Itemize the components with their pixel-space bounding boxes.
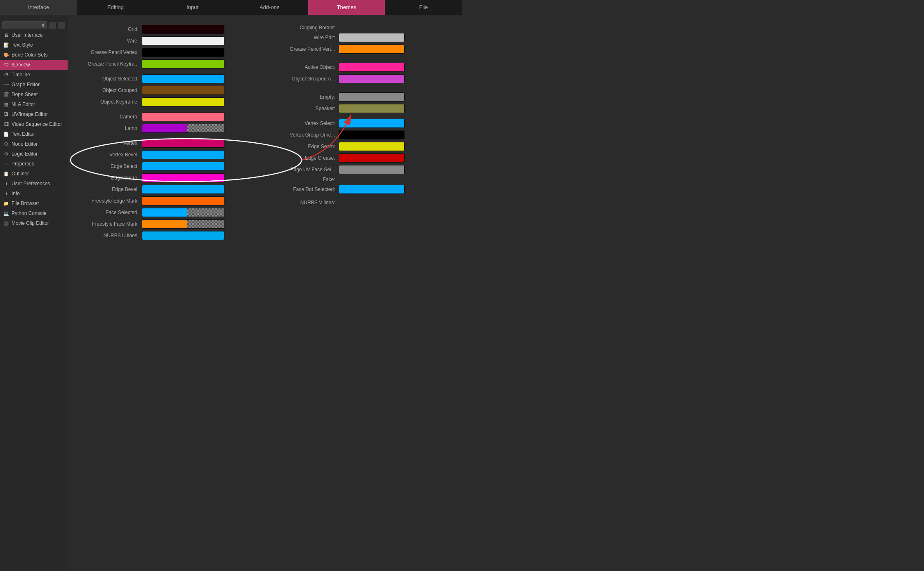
nav-tab-interface[interactable]: Interface xyxy=(0,0,77,15)
sidebar-item-logic-editor[interactable]: ⚙Logic Editor xyxy=(0,149,68,159)
color-swatch[interactable] xyxy=(142,208,224,217)
color-swatch[interactable] xyxy=(142,162,224,171)
color-label: Freestyle Edge Mark: xyxy=(75,198,139,204)
sidebar-item-info[interactable]: ℹInfo xyxy=(0,189,68,198)
color-swatch[interactable] xyxy=(142,231,224,240)
sidebar-item-uv-image-editor[interactable]: 🖼UV/Image Editor xyxy=(0,109,68,119)
color-swatch[interactable] xyxy=(339,33,405,42)
info-icon: ℹ xyxy=(3,191,9,196)
nav-tab-input[interactable]: Input xyxy=(154,0,231,15)
color-swatch[interactable] xyxy=(142,173,224,182)
color-label: Object Grouped A... xyxy=(269,76,335,82)
color-swatch[interactable] xyxy=(339,74,405,83)
color-label: Grid: xyxy=(75,26,139,32)
color-row: Vertex: xyxy=(75,139,261,148)
color-label: Lamp: xyxy=(75,125,139,131)
sidebar-item-timeline[interactable]: ⏱Timeline xyxy=(0,70,68,80)
color-swatch[interactable] xyxy=(339,153,405,163)
color-gap xyxy=(269,196,456,200)
color-swatch[interactable] xyxy=(142,112,224,121)
video-sequence-editor-label: Video Sequence Editor xyxy=(12,121,62,127)
nav-tab-editing[interactable]: Editing xyxy=(77,0,154,15)
uv-image-editor-icon: 🖼 xyxy=(3,111,9,117)
top-nav: InterfaceEditingInputAdd-onsThemesFile xyxy=(0,0,462,15)
color-row: Face Dot Selected: xyxy=(269,185,456,194)
dope-sheet-label: Dope Sheet xyxy=(12,92,38,97)
sidebar-item-node-editor[interactable]: ⬡Node Editor xyxy=(0,139,68,149)
color-swatch[interactable] xyxy=(339,130,405,139)
color-swatch[interactable] xyxy=(142,196,224,205)
color-swatch[interactable] xyxy=(142,185,224,194)
3d-view-icon: 🛡 xyxy=(3,62,9,68)
color-gap xyxy=(269,56,456,59)
sidebar-item-dope-sheet[interactable]: 🎬Dope Sheet xyxy=(0,90,68,99)
sidebar-item-graph-editor[interactable]: 〰Graph Editor xyxy=(0,80,68,90)
sidebar-item-movie-clip-editor[interactable]: 🎥Movie Clip Editor xyxy=(0,218,68,228)
color-label: Object Selected: xyxy=(75,76,139,82)
color-swatch[interactable] xyxy=(142,48,224,57)
color-row: Edge Select: xyxy=(75,162,261,171)
color-row: Edge Sharp: xyxy=(75,173,261,182)
color-label: Empty: xyxy=(269,94,335,100)
sidebar-item-outliner[interactable]: 📋Outliner xyxy=(0,169,68,179)
color-label: Grease Pencil Vertex: xyxy=(75,50,139,55)
color-row: Grid: xyxy=(75,25,261,34)
left-colors-col: Grid:Wire:Grease Pencil Vertex:Grease Pe… xyxy=(75,25,261,243)
timeline-icon: ⏱ xyxy=(3,72,9,78)
timeline-label: Timeline xyxy=(12,72,30,78)
color-label: Face Dot Selected: xyxy=(269,186,335,192)
color-swatch[interactable] xyxy=(339,119,405,128)
color-swatch[interactable] xyxy=(339,63,405,72)
color-label: Vertex Group Unre... xyxy=(269,132,335,138)
color-row: Speaker: xyxy=(269,104,456,113)
user-preferences-icon: ℹ xyxy=(3,181,9,186)
text-editor-icon: 📄 xyxy=(3,131,9,137)
sidebar-item-python-console[interactable]: 💻Python Console xyxy=(0,208,68,218)
color-swatch[interactable] xyxy=(339,92,405,101)
color-row: Object Keyframe: xyxy=(75,97,261,106)
nav-tab-file[interactable]: File xyxy=(385,0,462,15)
color-row: Camera: xyxy=(75,112,261,121)
color-row: Freestyle Face Mark: xyxy=(75,219,261,229)
color-swatch[interactable] xyxy=(142,36,224,45)
color-swatch[interactable] xyxy=(142,124,224,133)
sidebar-item-3d-view[interactable]: 🛡3D View xyxy=(0,60,68,70)
color-swatch[interactable] xyxy=(339,165,405,174)
color-swatch[interactable] xyxy=(142,59,224,68)
sidebar-item-properties[interactable]: ≡Properties xyxy=(0,159,68,169)
nav-tab-themes[interactable]: Themes xyxy=(308,0,385,15)
sidebar-item-text-editor[interactable]: 📄Text Editor xyxy=(0,129,68,139)
color-swatch[interactable] xyxy=(142,150,224,159)
sidebar-item-file-browser[interactable]: 📁File Browser xyxy=(0,198,68,208)
color-swatch[interactable] xyxy=(339,45,405,54)
sidebar-item-text-style[interactable]: 📝Text Style xyxy=(0,40,68,50)
color-swatch[interactable] xyxy=(142,219,224,229)
sidebar-item-video-sequence-editor[interactable]: 🎞Video Sequence Editor xyxy=(0,119,68,129)
color-swatch[interactable] xyxy=(339,104,405,113)
color-swatch[interactable] xyxy=(339,142,405,151)
sidebar-item-user-interface[interactable]: 🖥User Interface xyxy=(0,30,68,40)
vertex-color-swatch-annotated[interactable] xyxy=(142,139,224,148)
color-swatch[interactable] xyxy=(142,97,224,106)
user-preferences-label: User Preferences xyxy=(12,181,50,186)
sidebar-item-bone-color-sets[interactable]: 🎨Bone Color Sets xyxy=(0,50,68,60)
color-swatch[interactable] xyxy=(339,185,405,194)
color-row: Vertex Group Unre... xyxy=(269,130,456,139)
color-label: Freestyle Face Mark: xyxy=(75,221,139,227)
color-swatch[interactable] xyxy=(142,86,224,95)
remove-preset-button[interactable] xyxy=(58,22,65,29)
color-row: NURBS U lines: xyxy=(75,231,261,240)
add-preset-button[interactable] xyxy=(49,22,56,29)
color-label: Speaker: xyxy=(269,106,335,111)
color-swatch[interactable] xyxy=(142,74,224,83)
color-label: NURBS U lines: xyxy=(75,233,139,238)
color-swatch[interactable] xyxy=(142,25,224,34)
main-layout: ⇕ 🖥User Interface📝Text Style🎨Bone Color … xyxy=(0,15,462,571)
color-label: Vertex: xyxy=(75,140,139,146)
color-label: Face Selected: xyxy=(75,210,139,215)
sidebar-item-nla-editor[interactable]: ▤NLA Editor xyxy=(0,99,68,109)
presets-dropdown[interactable]: ⇕ xyxy=(2,21,47,29)
sidebar-item-user-preferences[interactable]: ℹUser Preferences xyxy=(0,179,68,189)
nav-tab-addons[interactable]: Add-ons xyxy=(231,0,308,15)
color-gap xyxy=(75,109,261,112)
